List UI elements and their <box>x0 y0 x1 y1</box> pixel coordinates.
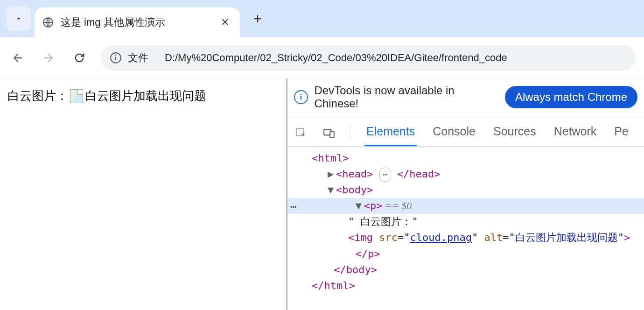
forward-button[interactable] <box>39 49 58 67</box>
selected-marker: == $0 <box>383 200 412 211</box>
dom-p-open: <p> <box>364 200 383 211</box>
collapse-arrow-icon[interactable]: ▼ <box>356 198 364 214</box>
inspect-icon <box>295 127 307 139</box>
dom-html-close: </html> <box>312 280 355 291</box>
tab-network[interactable]: Network <box>552 120 599 146</box>
tab-console[interactable]: Console <box>431 120 477 146</box>
broken-image-alt: 白云图片加载出现问题 <box>85 88 206 104</box>
tab-elements[interactable]: Elements <box>364 120 417 146</box>
tab-strip: 这是 img 其他属性演示 ✕ + <box>0 0 644 37</box>
tab-title: 这是 img 其他属性演示 <box>61 15 218 29</box>
dom-body-open: <body> <box>336 184 373 196</box>
devtools-banner: i DevTools is now available in Chinese! … <box>287 78 644 116</box>
broken-image: 白云图片加载出现问题 <box>70 88 206 104</box>
inspect-element-button[interactable] <box>294 126 308 140</box>
reload-button[interactable] <box>70 49 89 67</box>
info-icon <box>109 51 122 64</box>
navigation-bar: 文件 D:/My%20Computer/02_Stricky/02_Code/0… <box>0 37 644 78</box>
selected-node[interactable]: ▼<p> == $0 <box>287 198 644 214</box>
globe-icon <box>42 16 54 28</box>
expand-arrow-icon[interactable]: ▶ <box>328 166 336 182</box>
browser-tab[interactable]: 这是 img 其他属性演示 ✕ <box>35 7 240 37</box>
banner-action-button[interactable]: Always match Chrome <box>505 86 637 108</box>
arrow-left-icon <box>11 51 24 64</box>
banner-message: DevTools is now available in Chinese! <box>315 84 498 110</box>
back-button[interactable] <box>8 49 27 67</box>
reload-icon <box>73 51 86 64</box>
arrow-right-icon <box>42 51 55 64</box>
page-viewport: 白云图片： 白云图片加载出现问题 <box>0 78 287 310</box>
devtools-tabs: Elements Console Sources Network Pe <box>287 116 644 147</box>
dom-attr-alt-name: alt <box>484 232 503 243</box>
broken-image-icon <box>70 89 83 103</box>
dom-body-close: </body> <box>334 264 377 275</box>
content-split: 白云图片： 白云图片加载出现问题 i DevTools is now avail… <box>0 78 644 310</box>
devices-icon <box>323 127 335 139</box>
dom-attr-src-name: src <box>379 232 398 243</box>
tabs-divider <box>350 126 350 141</box>
dom-p-close: </p> <box>356 248 380 260</box>
collapsed-indicator[interactable]: ⋯ <box>379 168 391 182</box>
svg-rect-2 <box>115 56 116 60</box>
page-paragraph: 白云图片： 白云图片加载出现问题 <box>7 88 279 104</box>
device-toggle-button[interactable] <box>322 126 336 140</box>
dom-text-node: " 白云图片：" <box>348 216 418 227</box>
close-tab-button[interactable]: ✕ <box>218 16 231 28</box>
info-icon: i <box>294 90 308 104</box>
dom-attr-alt-value: 白云图片加载出现问题 <box>515 232 618 243</box>
page-label-text: 白云图片： <box>7 88 68 104</box>
collapse-arrow-icon[interactable]: ▼ <box>328 182 336 198</box>
svg-rect-6 <box>330 132 334 138</box>
tabs-dropdown-button[interactable] <box>7 7 31 31</box>
address-bar[interactable]: 文件 D:/My%20Computer/02_Stricky/02_Code/0… <box>101 45 636 71</box>
dom-tree[interactable]: <html> ▶<head> ⋯ </head> ▼<body> ▼<p> ==… <box>287 147 644 310</box>
dom-html-open: <html> <box>312 152 349 164</box>
dom-attr-src-value: cloud.pnag <box>410 232 472 243</box>
dom-img-node[interactable]: <img src="cloud.pnag" alt="白云图片加载出现问题"> <box>287 230 644 246</box>
svg-rect-3 <box>115 55 116 56</box>
dom-head-close: </head> <box>397 168 441 180</box>
url-text: D:/My%20Computer/02_Stricky/02_Code/03%2… <box>165 52 507 64</box>
dom-head-open: <head> <box>336 168 373 180</box>
devtools-panel: i DevTools is now available in Chinese! … <box>287 78 644 310</box>
chevron-down-icon <box>14 14 23 23</box>
tab-performance[interactable]: Pe <box>612 120 630 146</box>
address-separator <box>157 50 157 66</box>
new-tab-button[interactable]: + <box>248 9 267 28</box>
dom-img-tagname: img <box>354 232 373 243</box>
url-scheme-label: 文件 <box>128 51 148 65</box>
tab-sources[interactable]: Sources <box>491 120 538 146</box>
